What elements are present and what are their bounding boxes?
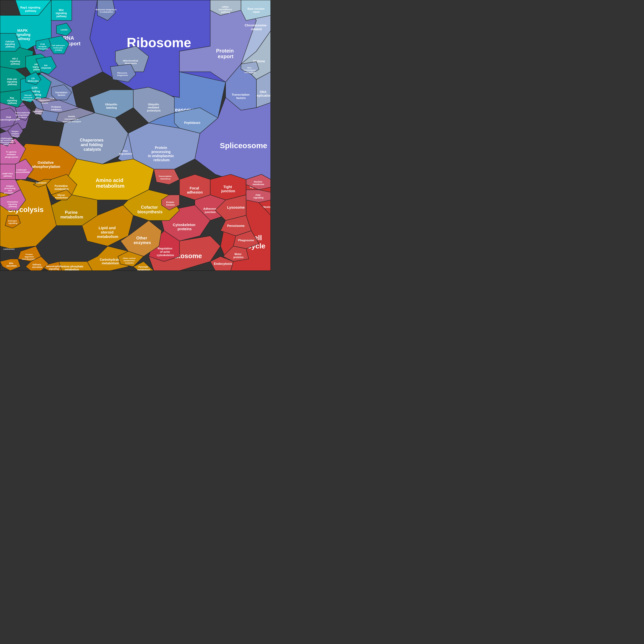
transport-label: Transport	[36, 182, 46, 184]
nuclear-membrane-label: Nuclear membrane	[253, 180, 264, 186]
carbohydrate-label: Carbohydrate metabolism	[100, 258, 120, 265]
lectin-label: Lectin	[61, 28, 68, 31]
amino-acid-label: Amino acid metabolism	[96, 177, 125, 189]
motor-proteins-label: Motor proteins	[233, 253, 244, 259]
peptidases-label: Peptidases	[184, 121, 200, 125]
salivary-label: Salivary secretion	[32, 263, 42, 268]
pi3k-label: PI3K-Akt signaling pathway	[7, 78, 18, 86]
spliceosome-label: Spliceosome	[220, 141, 267, 150]
ribosome-biogenesis2-label: Ribosome biogenesis	[117, 72, 128, 76]
cofactor-label: Cofactor biosynthesis	[137, 205, 163, 214]
protease-inhibitors-label: Protease inhibitors	[51, 106, 62, 111]
phagosome-label: Phagosome	[238, 239, 254, 242]
chaperones-label: Chaperones and folding catalysts	[80, 138, 105, 152]
pyrimidine-label: Pyrimidine metabolism	[54, 185, 69, 190]
fc-gamma-label: Fc gamma mediated phagocytosis	[5, 151, 18, 158]
tight-junction-label: Tight junction	[221, 185, 235, 193]
calcium-label: Calcium signaling pathway	[5, 40, 16, 48]
cgmp-label: cGMP-PKG pathway	[2, 173, 14, 177]
pyruvate-label: Pyruvate metabolism	[137, 266, 150, 271]
chemokine-label: Chemokine signaling pathway	[7, 201, 18, 208]
ubiquitin-mediated-label: Ubiquitin mediated proteolysis	[147, 103, 161, 112]
endocytosis-label: Endocytosis	[214, 262, 232, 266]
estrogen-label: Estrogen signaling	[8, 220, 18, 224]
protein-export-label: Protein export	[216, 48, 235, 59]
protein-kinases-label: Protein kinases	[166, 201, 175, 206]
herpes-label: Herpes simplex infection	[11, 130, 19, 137]
pathway-map: Ribosome RNA transport MAPK signaling pa…	[0, 0, 271, 271]
ubiquitin-label-label: Ubiquitin labeling	[105, 103, 118, 109]
adherens-junction-label: Adherens junction	[203, 207, 217, 214]
transcription-machinery-label: Transcription machinery	[159, 175, 172, 180]
peroxisome-label: Peroxisome	[227, 224, 245, 228]
lysosome-label: Lysosome	[227, 205, 245, 209]
